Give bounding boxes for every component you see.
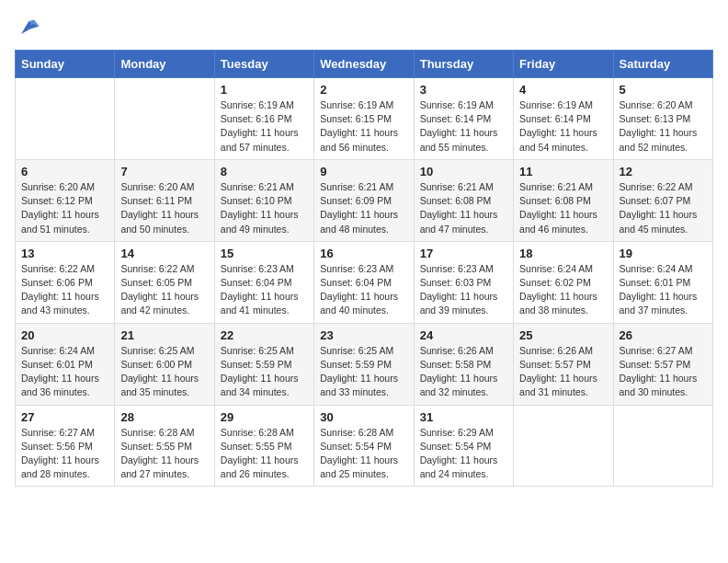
calendar-cell: 10Sunrise: 6:21 AM Sunset: 6:08 PM Dayli…	[414, 159, 513, 241]
day-info: Sunrise: 6:20 AM Sunset: 6:12 PM Dayligh…	[21, 180, 108, 236]
calendar-cell	[514, 405, 613, 487]
calendar-cell	[16, 78, 115, 160]
day-info: Sunrise: 6:23 AM Sunset: 6:04 PM Dayligh…	[320, 262, 407, 318]
day-info: Sunrise: 6:25 AM Sunset: 5:59 PM Dayligh…	[221, 344, 308, 400]
day-info: Sunrise: 6:28 AM Sunset: 5:55 PM Dayligh…	[221, 426, 308, 482]
day-info: Sunrise: 6:19 AM Sunset: 6:15 PM Dayligh…	[320, 98, 407, 155]
day-info: Sunrise: 6:22 AM Sunset: 6:07 PM Dayligh…	[620, 180, 707, 236]
day-number: 20	[21, 328, 108, 342]
day-number: 2	[320, 83, 407, 97]
day-number: 21	[120, 328, 208, 342]
day-number: 26	[620, 328, 707, 342]
calendar-cell: 27Sunrise: 6:27 AM Sunset: 5:56 PM Dayli…	[16, 405, 115, 487]
logo	[15, 15, 44, 40]
day-number: 13	[21, 247, 108, 260]
day-info: Sunrise: 6:22 AM Sunset: 6:06 PM Dayligh…	[21, 262, 108, 318]
calendar-week-row: 6Sunrise: 6:20 AM Sunset: 6:12 PM Daylig…	[16, 159, 713, 241]
day-info: Sunrise: 6:24 AM Sunset: 6:01 PM Dayligh…	[21, 344, 108, 400]
calendar-cell: 12Sunrise: 6:22 AM Sunset: 6:07 PM Dayli…	[613, 159, 712, 241]
calendar-cell: 18Sunrise: 6:24 AM Sunset: 6:02 PM Dayli…	[514, 241, 613, 323]
day-number: 25	[519, 328, 607, 342]
day-number: 14	[120, 247, 208, 260]
calendar-week-row: 20Sunrise: 6:24 AM Sunset: 6:01 PM Dayli…	[16, 323, 713, 405]
calendar-cell: 7Sunrise: 6:20 AM Sunset: 6:11 PM Daylig…	[115, 159, 214, 241]
calendar-header-wednesday: Wednesday	[314, 51, 414, 78]
page-header	[15, 15, 713, 40]
day-info: Sunrise: 6:28 AM Sunset: 5:55 PM Dayligh…	[120, 426, 208, 482]
day-info: Sunrise: 6:25 AM Sunset: 5:59 PM Dayligh…	[320, 344, 407, 400]
calendar-cell: 11Sunrise: 6:21 AM Sunset: 6:08 PM Dayli…	[514, 159, 613, 241]
day-info: Sunrise: 6:24 AM Sunset: 6:01 PM Dayligh…	[620, 262, 707, 318]
calendar-cell	[115, 78, 214, 160]
day-number: 30	[320, 410, 407, 424]
day-info: Sunrise: 6:28 AM Sunset: 5:54 PM Dayligh…	[320, 426, 407, 482]
calendar-cell: 2Sunrise: 6:19 AM Sunset: 6:15 PM Daylig…	[314, 78, 414, 160]
day-number: 16	[320, 247, 407, 260]
day-info: Sunrise: 6:19 AM Sunset: 6:14 PM Dayligh…	[519, 98, 607, 155]
day-info: Sunrise: 6:21 AM Sunset: 6:08 PM Dayligh…	[519, 180, 607, 236]
day-info: Sunrise: 6:20 AM Sunset: 6:13 PM Dayligh…	[620, 98, 707, 155]
calendar-cell: 25Sunrise: 6:26 AM Sunset: 5:57 PM Dayli…	[514, 323, 613, 405]
calendar-week-row: 27Sunrise: 6:27 AM Sunset: 5:56 PM Dayli…	[16, 405, 713, 487]
day-info: Sunrise: 6:27 AM Sunset: 5:56 PM Dayligh…	[21, 426, 108, 482]
day-info: Sunrise: 6:22 AM Sunset: 6:05 PM Dayligh…	[120, 262, 208, 318]
calendar-header-monday: Monday	[115, 51, 214, 78]
day-number: 18	[519, 247, 607, 260]
day-number: 3	[420, 83, 507, 97]
calendar-cell: 23Sunrise: 6:25 AM Sunset: 5:59 PM Dayli…	[314, 323, 414, 405]
day-info: Sunrise: 6:19 AM Sunset: 6:14 PM Dayligh…	[420, 98, 507, 155]
day-number: 23	[320, 328, 407, 342]
day-number: 5	[620, 83, 707, 97]
day-number: 28	[120, 410, 208, 424]
calendar-cell: 28Sunrise: 6:28 AM Sunset: 5:55 PM Dayli…	[115, 405, 214, 487]
calendar-cell: 19Sunrise: 6:24 AM Sunset: 6:01 PM Dayli…	[613, 241, 712, 323]
calendar-header-row: SundayMondayTuesdayWednesdayThursdayFrid…	[16, 51, 713, 78]
day-number: 10	[420, 165, 507, 178]
calendar-cell: 22Sunrise: 6:25 AM Sunset: 5:59 PM Dayli…	[214, 323, 313, 405]
day-info: Sunrise: 6:21 AM Sunset: 6:09 PM Dayligh…	[320, 180, 407, 236]
day-number: 9	[320, 165, 407, 178]
calendar-cell: 13Sunrise: 6:22 AM Sunset: 6:06 PM Dayli…	[16, 241, 115, 323]
day-number: 15	[221, 247, 308, 260]
day-number: 6	[21, 165, 108, 178]
logo-icon	[15, 15, 40, 40]
day-info: Sunrise: 6:27 AM Sunset: 5:57 PM Dayligh…	[620, 344, 707, 400]
calendar-cell: 30Sunrise: 6:28 AM Sunset: 5:54 PM Dayli…	[314, 405, 414, 487]
calendar-cell: 14Sunrise: 6:22 AM Sunset: 6:05 PM Dayli…	[115, 241, 214, 323]
day-number: 12	[620, 165, 707, 178]
day-info: Sunrise: 6:23 AM Sunset: 6:04 PM Dayligh…	[221, 262, 308, 318]
day-number: 24	[420, 328, 507, 342]
calendar-cell: 15Sunrise: 6:23 AM Sunset: 6:04 PM Dayli…	[214, 241, 313, 323]
calendar-header-thursday: Thursday	[414, 51, 513, 78]
calendar-cell: 9Sunrise: 6:21 AM Sunset: 6:09 PM Daylig…	[314, 159, 414, 241]
calendar-cell: 17Sunrise: 6:23 AM Sunset: 6:03 PM Dayli…	[414, 241, 513, 323]
day-number: 22	[221, 328, 308, 342]
calendar-cell: 24Sunrise: 6:26 AM Sunset: 5:58 PM Dayli…	[414, 323, 513, 405]
calendar-cell: 5Sunrise: 6:20 AM Sunset: 6:13 PM Daylig…	[613, 78, 712, 160]
svg-point-2	[30, 22, 33, 25]
day-number: 29	[221, 410, 308, 424]
calendar-cell: 8Sunrise: 6:21 AM Sunset: 6:10 PM Daylig…	[214, 159, 313, 241]
calendar-cell	[613, 405, 712, 487]
day-info: Sunrise: 6:24 AM Sunset: 6:02 PM Dayligh…	[519, 262, 607, 318]
calendar-header-saturday: Saturday	[613, 51, 712, 78]
day-info: Sunrise: 6:26 AM Sunset: 5:57 PM Dayligh…	[519, 344, 607, 400]
day-number: 7	[120, 165, 208, 178]
day-info: Sunrise: 6:29 AM Sunset: 5:54 PM Dayligh…	[420, 426, 507, 482]
calendar-cell: 16Sunrise: 6:23 AM Sunset: 6:04 PM Dayli…	[314, 241, 414, 323]
day-number: 8	[221, 165, 308, 178]
calendar-cell: 31Sunrise: 6:29 AM Sunset: 5:54 PM Dayli…	[414, 405, 513, 487]
day-number: 31	[420, 410, 507, 424]
day-info: Sunrise: 6:21 AM Sunset: 6:10 PM Dayligh…	[221, 180, 308, 236]
day-info: Sunrise: 6:25 AM Sunset: 6:00 PM Dayligh…	[120, 344, 208, 400]
day-info: Sunrise: 6:26 AM Sunset: 5:58 PM Dayligh…	[420, 344, 507, 400]
day-number: 27	[21, 410, 108, 424]
calendar-header-tuesday: Tuesday	[214, 51, 313, 78]
day-number: 17	[420, 247, 507, 260]
calendar-cell: 26Sunrise: 6:27 AM Sunset: 5:57 PM Dayli…	[613, 323, 712, 405]
calendar-header-friday: Friday	[514, 51, 613, 78]
calendar-cell: 29Sunrise: 6:28 AM Sunset: 5:55 PM Dayli…	[214, 405, 313, 487]
calendar-week-row: 13Sunrise: 6:22 AM Sunset: 6:06 PM Dayli…	[16, 241, 713, 323]
calendar-week-row: 1Sunrise: 6:19 AM Sunset: 6:16 PM Daylig…	[16, 78, 713, 160]
day-info: Sunrise: 6:21 AM Sunset: 6:08 PM Dayligh…	[420, 180, 507, 236]
